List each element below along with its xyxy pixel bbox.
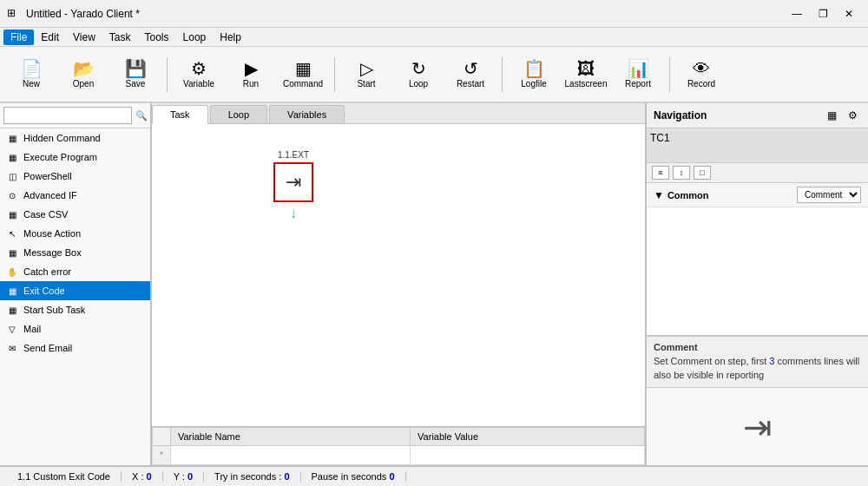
advanced-if-icon: ⊙ [5, 188, 19, 202]
status-y-value: 0 [187, 471, 193, 482]
list-item-message-box[interactable]: ▦ Message Box [0, 243, 150, 262]
toolbar-loop[interactable]: ↻ Loop [394, 50, 443, 99]
search-bar: 🔍 ⊞ ✕ [0, 103, 150, 128]
nav-header-icons: ▦ ⚙ [823, 107, 861, 124]
toolbar-record[interactable]: 👁 Record [677, 50, 726, 99]
tab-loop[interactable]: Loop [210, 105, 267, 123]
menu-tools[interactable]: Tools [138, 30, 176, 45]
variable-icon: ⚙ [191, 60, 207, 77]
menu-file[interactable]: File [3, 30, 34, 45]
toolbar-start[interactable]: ▷ Start [342, 50, 391, 99]
mail-icon: ▽ [5, 322, 19, 336]
command-icon: ▦ [295, 60, 312, 77]
comment-text: Set Comment on step, first 3 comments li… [654, 355, 861, 382]
new-icon: 📄 [21, 60, 43, 77]
list-item-exit-code[interactable]: ▦ Exit Code [0, 281, 150, 300]
start-label: Start [357, 79, 375, 89]
message-box-icon: ▦ [5, 246, 19, 259]
preview-area: ⇥ [647, 387, 868, 465]
status-pause-value: 0 [389, 471, 394, 482]
list-item-send-email[interactable]: ✉ Send Email [0, 338, 150, 358]
record-label: Record [687, 79, 715, 89]
tree-expand-icon: ▼ [654, 189, 664, 201]
tab-variables[interactable]: Variables [269, 105, 345, 123]
list-item-mouse-action[interactable]: ↖ Mouse Action [0, 224, 150, 243]
logfile-icon: 📋 [523, 60, 545, 77]
menu-edit[interactable]: Edit [34, 30, 66, 45]
nav-settings-icon[interactable]: ⚙ [844, 107, 861, 124]
menu-view[interactable]: View [66, 30, 102, 45]
run-label: Run [243, 79, 259, 89]
step-box[interactable]: ⇥ [273, 162, 313, 202]
case-csv-icon: ▦ [5, 207, 19, 221]
list-item-powershell[interactable]: ◫ PowerShell [0, 167, 150, 186]
toolbar-variable[interactable]: ⚙ Variable [174, 50, 223, 99]
report-icon: 📊 [628, 60, 649, 77]
maximize-button[interactable]: ❐ [811, 5, 835, 23]
menu-loop[interactable]: Loop [176, 30, 214, 45]
tab-task[interactable]: Task [152, 105, 208, 124]
search-input[interactable] [3, 107, 132, 124]
title-bar: ⊞ Untitled - Yarado Client * — ❐ ✕ [0, 0, 868, 28]
save-label: Save [126, 79, 146, 89]
step-label: 1.1.EXT [278, 150, 309, 160]
list-item-case-csv[interactable]: ▦ Case CSV [0, 205, 150, 224]
send-email-label: Send Email [23, 343, 72, 353]
status-x: X : 0 [122, 471, 163, 482]
nav-sort-layout-icon[interactable]: □ [694, 166, 711, 180]
minimize-button[interactable]: — [785, 5, 809, 23]
toolbar: 📄 New 📂 Open 💾 Save ⚙ Variable ▶ Run ▦ C… [0, 47, 868, 103]
menu-task[interactable]: Task [102, 30, 138, 45]
table-row: * [153, 446, 645, 465]
tree-group-common-header[interactable]: ▼ Common Comment [647, 183, 868, 207]
toolbar-logfile[interactable]: 📋 Logfile [510, 50, 558, 99]
lastscreen-label: Lastscreen [565, 79, 608, 89]
variable-name-cell[interactable] [170, 446, 410, 465]
list-item-catch-error[interactable]: ✋ Catch error [0, 262, 150, 281]
nav-tree: ▼ Common Comment [647, 183, 868, 336]
toolbar-run[interactable]: ▶ Run [227, 50, 275, 99]
toolbar-sep-4 [669, 57, 670, 92]
toolbar-command[interactable]: ▦ Command [279, 50, 327, 99]
close-button[interactable]: ✕ [837, 5, 861, 23]
status-pause-label: Pause in seconds [312, 471, 387, 482]
list-item-execute-program[interactable]: ▦ Execute Program [0, 148, 150, 167]
command-label: Command [283, 79, 323, 89]
start-sub-task-icon: ▦ [5, 303, 19, 317]
main-layout: 🔍 ⊞ ✕ ▦ Hidden Command ▦ Execute Program… [0, 103, 868, 465]
record-icon: 👁 [693, 60, 710, 77]
status-try: Try in seconds : 0 [204, 471, 300, 482]
toolbar-lastscreen[interactable]: 🖼 Lastscreen [562, 50, 610, 99]
toolbar-open[interactable]: 📂 Open [59, 50, 108, 99]
nav-sort-order-icon[interactable]: ↕ [673, 166, 690, 180]
catch-error-icon: ✋ [5, 265, 19, 279]
list-item-start-sub-task[interactable]: ▦ Start Sub Task [0, 300, 150, 319]
start-sub-task-label: Start Sub Task [23, 305, 85, 315]
mouse-action-label: Mouse Action [23, 228, 81, 239]
nav-mini-area: TC1 [647, 128, 868, 163]
search-icon[interactable]: 🔍 [134, 108, 149, 123]
powershell-label: PowerShell [23, 171, 72, 181]
toolbar-restart[interactable]: ↺ Restart [446, 50, 495, 99]
status-x-value: 0 [147, 471, 152, 482]
right-panel: Navigation ▦ ⚙ TC1 ≡ ↕ □ ▼ Common [647, 103, 868, 465]
list-item-mail[interactable]: ▽ Mail [0, 319, 150, 338]
menu-help[interactable]: Help [213, 30, 248, 45]
toolbar-save[interactable]: 💾 Save [111, 50, 160, 99]
nav-grid-icon[interactable]: ▦ [823, 107, 840, 124]
list-item-advanced-if[interactable]: ⊙ Advanced IF [0, 186, 150, 205]
tree-group-select[interactable]: Comment [797, 187, 861, 203]
nav-sort-list-icon[interactable]: ≡ [652, 166, 669, 180]
preview-icon: ⇥ [743, 407, 773, 447]
center-content: 1.1.EXT ⇥ ↓ Variable Name Variable Value [152, 124, 645, 465]
toolbar-report[interactable]: 📊 Report [614, 50, 662, 99]
lastscreen-icon: 🖼 [577, 60, 595, 77]
status-y: Y : 0 [163, 471, 204, 482]
variable-value-cell[interactable] [411, 446, 645, 465]
status-try-value: 0 [284, 471, 289, 482]
center-panel: Task Loop Variables 1.1.EXT ⇥ ↓ [152, 103, 647, 465]
toolbar-new[interactable]: 📄 New [7, 50, 56, 99]
open-icon: 📂 [73, 60, 95, 77]
advanced-if-label: Advanced IF [23, 190, 77, 200]
list-item-hidden-command[interactable]: ▦ Hidden Command [0, 128, 150, 148]
